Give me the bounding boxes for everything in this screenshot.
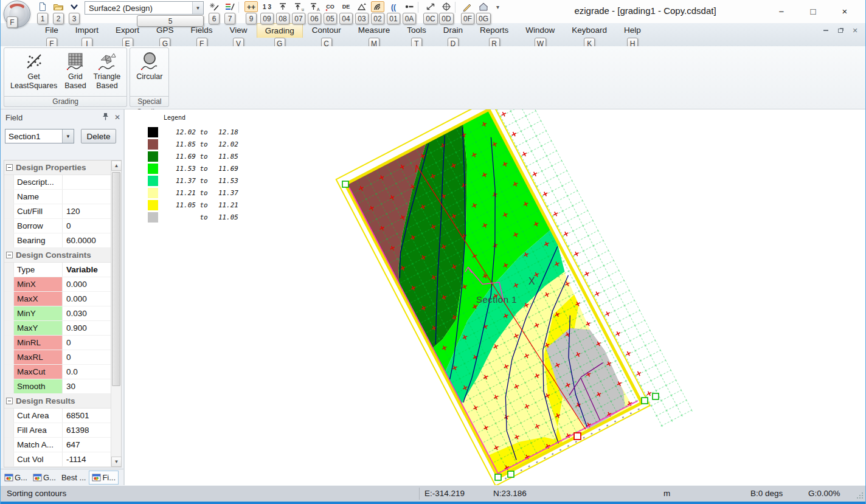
home-icon[interactable] <box>477 1 490 12</box>
qat-item[interactable]: 0A <box>401 1 417 24</box>
collapse-icon[interactable] <box>6 164 13 171</box>
ribbon-button-circular[interactable]: Circular <box>133 50 166 94</box>
collapse-icon[interactable] <box>6 252 13 258</box>
surface-selector-box[interactable]: Surface2 (Design)▼ <box>85 1 204 15</box>
ribbon-button-triangle-based[interactable]: TriangleBased <box>90 50 125 94</box>
table-row: TypeVariable <box>4 263 121 277</box>
qat-item[interactable]: 2 <box>50 1 66 24</box>
arrow-bar-icon[interactable] <box>276 1 289 12</box>
qat-item[interactable]: 6 <box>206 1 222 24</box>
qat-item[interactable]: 7 <box>222 1 238 24</box>
chevron-down-icon[interactable]: ▼ <box>62 129 74 143</box>
maximize-button[interactable]: □ <box>797 0 829 22</box>
panel-tab-1[interactable]: G... <box>30 471 58 485</box>
triangle-contour-icon[interactable] <box>355 1 369 12</box>
qat-item[interactable]: ++9 <box>243 1 259 24</box>
open-folder-icon[interactable] <box>52 1 65 12</box>
pin-icon[interactable] <box>99 112 111 122</box>
tab-help[interactable]: HelpH <box>616 23 649 49</box>
resize-grip[interactable] <box>856 492 864 499</box>
tab-drain[interactable]: DrainD <box>435 23 471 49</box>
tab-file[interactable]: FileF <box>37 23 66 49</box>
tab-grading[interactable]: GradingG <box>257 23 303 49</box>
mdi-restore-button[interactable] <box>836 27 845 34</box>
qat-item[interactable]: 1 <box>35 1 50 24</box>
grid-section-header[interactable]: Design Results <box>4 394 121 409</box>
grid-section-header[interactable]: Design Constraints <box>4 248 121 263</box>
arrow-bar-u-icon: u <box>293 2 304 12</box>
toolbar-overflow-icon[interactable]: ▾ <box>496 4 499 10</box>
scroll-down-icon[interactable]: ▼ <box>111 457 122 467</box>
tab-window[interactable]: WindowW <box>518 23 563 49</box>
chevron-down-icon[interactable]: ▼ <box>192 2 203 14</box>
arrow-bar-a-icon[interactable]: A <box>308 1 321 12</box>
panel-tab-2[interactable]: Best ... <box>59 471 88 485</box>
pencil-icon[interactable] <box>461 1 474 12</box>
qat-item[interactable]: 0C <box>423 1 438 24</box>
plus-plus-icon[interactable]: ++ <box>244 1 258 12</box>
tab-tools[interactable]: ToolsT <box>399 23 434 49</box>
qat-item[interactable]: 0G <box>476 1 491 24</box>
tab-view[interactable]: ViewV <box>222 23 255 49</box>
qat-item[interactable]: ((01 <box>386 1 401 24</box>
arrow-bar-u-icon[interactable]: u <box>292 1 305 12</box>
map-surface[interactable]: Section 1X <box>126 109 866 485</box>
chevron-down-icon <box>69 2 80 12</box>
grid-section-header[interactable]: Design Properties <box>4 161 121 175</box>
property-label: Descript... <box>14 175 63 189</box>
close-button[interactable]: × <box>829 0 861 22</box>
dot-bar-icon[interactable] <box>403 1 416 12</box>
qat-item[interactable]: 0F <box>460 1 476 24</box>
qat-item[interactable]: 3 <box>66 1 82 24</box>
minimize-button[interactable]: − <box>766 0 797 22</box>
section-selector[interactable]: Section1 ▼ <box>5 129 74 143</box>
de-icon[interactable]: DE <box>339 1 353 12</box>
tab-reports[interactable]: ReportsR <box>472 23 516 49</box>
signal-icon[interactable] <box>371 1 384 12</box>
qat-item[interactable]: CO05 <box>322 1 338 24</box>
expand-arrows-icon[interactable] <box>424 1 437 12</box>
scroll-up-icon[interactable]: ▲ <box>111 161 122 171</box>
qat-item[interactable]: u07 <box>291 1 307 24</box>
colored-lines-icon[interactable] <box>223 1 237 12</box>
crosshair-icon[interactable] <box>440 1 453 12</box>
qat-item[interactable]: 08 <box>275 1 291 24</box>
ribbon-button-get-leastsquares[interactable]: GetLeastSquares <box>7 50 61 94</box>
tab-fields[interactable]: FieldsF <box>183 23 221 49</box>
property-label: Cut/Fill <box>14 204 63 218</box>
panel-tab-0[interactable]: G... <box>2 471 30 485</box>
double-arc-icon[interactable]: (( <box>387 1 400 12</box>
qat-item[interactable]: DE04 <box>338 1 354 24</box>
row-gutter <box>4 423 14 437</box>
tab-contour[interactable]: ContourC <box>304 23 349 49</box>
one-three-icon[interactable]: 1 3 <box>260 1 274 12</box>
panel-tab-3[interactable]: Fi... <box>89 471 119 485</box>
tab-keyboard[interactable]: KeyboardK <box>564 23 615 49</box>
new-document-icon[interactable] <box>36 1 49 12</box>
surface-selector[interactable]: Surface2 (Design)▼5 <box>85 1 204 27</box>
table-row: MaxRL0 <box>4 350 121 365</box>
qat-item[interactable]: 02 <box>370 1 386 24</box>
qat-item[interactable]: A06 <box>307 1 322 24</box>
drawing-canvas[interactable]: Legend12.02to12.1811.85to12.0211.69to11.… <box>126 109 866 485</box>
window-accent-border <box>1 502 865 504</box>
qat-item[interactable]: 0D <box>438 1 454 24</box>
ribbon-button-grid-based[interactable]: GridBased <box>61 50 89 94</box>
qat-item[interactable]: 03 <box>354 1 370 24</box>
grid-scrollbar[interactable]: ▲▼ <box>111 161 121 467</box>
tab-gps[interactable]: GPSG <box>148 23 182 49</box>
scrollbar-thumb[interactable] <box>112 172 120 386</box>
mdi-minimize-button[interactable] <box>822 27 830 34</box>
active-handle[interactable] <box>574 433 581 440</box>
mdi-close-button[interactable]: ✕ <box>851 27 859 34</box>
tab-import[interactable]: ImportI <box>68 23 106 49</box>
tab-measure[interactable]: MeasureM <box>350 23 398 49</box>
panel-close-icon[interactable]: ✕ <box>111 113 123 122</box>
qat-item[interactable]: 1 309 <box>259 1 275 24</box>
delete-button[interactable]: Delete <box>81 129 116 143</box>
collapse-icon[interactable] <box>6 398 13 404</box>
star-line-icon[interactable] <box>207 1 221 12</box>
co-icon[interactable]: CO <box>324 1 337 12</box>
tab-export[interactable]: ExportE <box>108 23 147 49</box>
chevron-down-icon[interactable] <box>68 1 81 12</box>
